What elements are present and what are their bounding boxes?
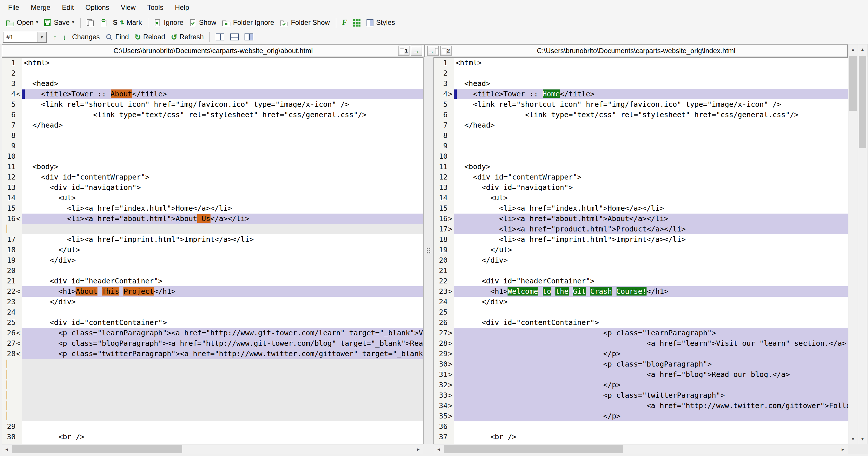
code-line[interactable]: 29 <box>2 421 423 432</box>
code-line[interactable]: 15 <li><a href="index.html">Home</a></li… <box>434 203 848 213</box>
scroll-right-icon[interactable]: ► <box>838 445 848 454</box>
code-line[interactable]: 16> <li><a href="about.html">About</a></… <box>434 213 848 224</box>
diff-pane-right[interactable]: 1<html>23 <head>4> <title>Tower :: Home<… <box>434 57 848 444</box>
vertical-scrollbar-inner[interactable]: ▲ ▼ <box>848 45 858 444</box>
refresh-button[interactable]: ↺ Refresh <box>168 31 207 43</box>
copy-current-to-right-button[interactable]: → <box>427 46 439 56</box>
code-line[interactable]: 12 <div id="contentWrapper"> <box>2 172 423 182</box>
ghost-line[interactable]: │ <box>2 380 423 390</box>
code-line[interactable]: 26< <p class="learnParagraph"><a href="h… <box>2 328 423 338</box>
vertical-scrollbar-outer[interactable]: ▲ ▼ <box>858 45 867 444</box>
open-dropdown-icon[interactable]: ▾ <box>36 20 38 25</box>
changes-button[interactable]: Changes <box>69 31 103 43</box>
code-line[interactable]: 9 <box>434 141 848 151</box>
ghost-line[interactable]: │ <box>2 401 423 411</box>
next-difference-button[interactable]: ↓ <box>60 31 69 42</box>
code-line[interactable]: 5 <link rel="shortcut icon" href="img/fa… <box>2 99 423 110</box>
code-line[interactable]: 10 <box>434 151 848 162</box>
pane-1-button[interactable]: 1 <box>398 46 409 56</box>
code-line[interactable]: 11 <body> <box>434 162 848 172</box>
code-line[interactable]: 13 <div id="navigation"> <box>2 182 423 193</box>
code-line[interactable]: 14 <ul> <box>2 193 423 203</box>
folder-show-button[interactable]: Folder Show <box>277 17 333 28</box>
scroll-up-icon[interactable]: ▲ <box>858 45 867 54</box>
code-line[interactable]: 5 <link rel="shortcut icon" href="img/fa… <box>434 99 848 110</box>
open-button[interactable]: Open ▾ <box>3 17 41 28</box>
vertical-scrollbar-thumb[interactable] <box>849 56 857 111</box>
code-line[interactable]: 30> <p class="blogParagraph"> <box>434 359 848 369</box>
layout-active-pane-button[interactable] <box>242 32 256 42</box>
paste-button[interactable] <box>97 17 110 28</box>
reload-button[interactable]: ↻ Reload <box>132 31 168 43</box>
layout-horizontal-button[interactable] <box>227 32 242 42</box>
scroll-right-icon[interactable]: ► <box>413 445 423 454</box>
code-line[interactable]: 27< <p class="blogParagraph"><a href="ht… <box>2 338 423 349</box>
code-line[interactable]: 32> </p> <box>434 380 848 390</box>
menu-options[interactable]: Options <box>80 1 115 15</box>
code-line[interactable]: 23> <h1>Welcome to the Git Crash Course!… <box>434 286 848 297</box>
show-button[interactable]: Show <box>186 17 219 28</box>
ghost-line[interactable]: │ <box>2 369 423 380</box>
code-line[interactable]: 34> <a href="http://www.twitter.com/gitt… <box>434 401 848 411</box>
code-line[interactable]: 2 <box>434 68 848 79</box>
previous-difference-button[interactable]: ↑ <box>50 31 60 42</box>
scroll-up-icon[interactable]: ▲ <box>848 45 858 54</box>
code-line[interactable]: 31> <a href="blog">Read our blog.</a> <box>434 369 848 380</box>
ghost-line[interactable]: │ <box>2 411 423 421</box>
code-line[interactable]: 19 </ul> <box>434 245 848 255</box>
menu-edit[interactable]: Edit <box>56 1 80 15</box>
code-line[interactable]: 14 <ul> <box>434 193 848 203</box>
code-line[interactable]: 10 <box>2 151 423 162</box>
code-line[interactable]: 8 <box>2 131 423 141</box>
code-line[interactable]: 24 </div> <box>434 297 848 307</box>
copy-to-right-button[interactable]: → <box>411 46 422 56</box>
vertical-scrollbar-thumb[interactable] <box>859 56 866 148</box>
pane-splitter[interactable] <box>423 57 434 444</box>
code-line[interactable]: 25 <div id="contentContainer"> <box>2 317 423 328</box>
code-line[interactable]: 11 <body> <box>2 162 423 172</box>
code-line[interactable]: 12 <div id="contentWrapper"> <box>434 172 848 182</box>
layout-vertical-button[interactable] <box>213 32 227 42</box>
ghost-line[interactable]: │ <box>2 390 423 401</box>
save-button[interactable]: Save ▾ <box>41 17 77 28</box>
diff-pane-left[interactable]: 1<html>23 <head>4< <title>Tower :: About… <box>2 57 423 444</box>
code-line[interactable]: 26 <div id="contentContainer"> <box>434 317 848 328</box>
find-button[interactable]: Find <box>103 31 132 43</box>
code-line[interactable]: 4> <title>Tower :: Home</title> <box>434 89 848 99</box>
code-line[interactable]: 7 </head> <box>2 120 423 131</box>
code-line[interactable]: 16< <li><a href="about.html">About Us</a… <box>2 213 423 224</box>
horizontal-scrollbar-thumb[interactable] <box>444 445 623 453</box>
code-line[interactable]: 33> <p class="twitterParagraph"> <box>434 390 848 401</box>
code-line[interactable]: 4< <title>Tower :: About</title> <box>2 89 423 99</box>
horizontal-scrollbar-thumb[interactable] <box>12 445 182 453</box>
menu-help[interactable]: Help <box>169 1 195 15</box>
code-line[interactable]: 6 <link type="text/css" rel="stylesheet"… <box>434 110 848 120</box>
diff-selector-dropdown-icon[interactable]: ▾ <box>37 32 46 42</box>
code-line[interactable]: 20 </div> <box>434 255 848 265</box>
code-line[interactable]: 13 <div id="navigation"> <box>434 182 848 193</box>
scroll-left-icon[interactable]: ◄ <box>2 445 11 454</box>
code-line[interactable]: 2 <box>2 68 423 79</box>
code-line[interactable]: 21 <box>434 265 848 276</box>
folder-ignore-button[interactable]: Folder Ignore <box>219 17 277 28</box>
code-line[interactable]: 37 <br /> <box>434 432 848 442</box>
code-line[interactable]: 18 </ul> <box>2 245 423 255</box>
pane-2-button[interactable]: 2 <box>440 46 452 56</box>
code-line[interactable]: 20 <box>2 265 423 276</box>
code-line[interactable]: 28> <a href="learn">Visit our "learn" se… <box>434 338 848 349</box>
copy-button[interactable] <box>84 17 97 28</box>
code-line[interactable]: 7 </head> <box>434 120 848 131</box>
scroll-down-icon[interactable]: ▼ <box>848 434 858 444</box>
save-dropdown-icon[interactable]: ▾ <box>72 20 74 25</box>
code-line[interactable]: 19 </div> <box>2 255 423 265</box>
ghost-line[interactable]: │ <box>2 359 423 369</box>
code-line[interactable]: 17 <li><a href="imprint.html">Imprint</a… <box>2 234 423 245</box>
menu-file[interactable]: File <box>2 1 25 15</box>
code-line[interactable]: 9 <box>2 141 423 151</box>
code-line[interactable]: 27> <p class="learnParagraph"> <box>434 328 848 338</box>
code-line[interactable]: 23 </div> <box>2 297 423 307</box>
code-line[interactable]: 18 <li><a href="imprint.html">Imprint</a… <box>434 234 848 245</box>
styles-button[interactable]: Styles <box>363 17 398 28</box>
code-line[interactable]: 21 <div id="headerContainer"> <box>2 276 423 286</box>
menu-merge[interactable]: Merge <box>25 1 56 15</box>
